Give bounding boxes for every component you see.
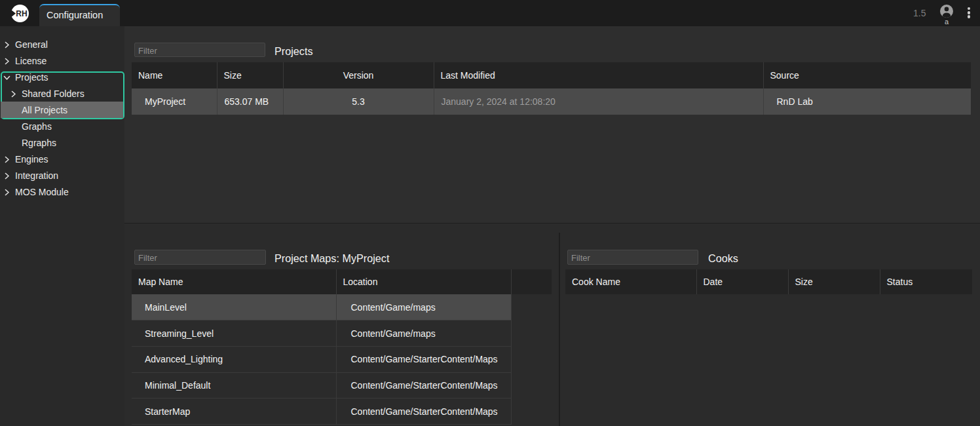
svg-text:RH: RH <box>16 9 27 18</box>
